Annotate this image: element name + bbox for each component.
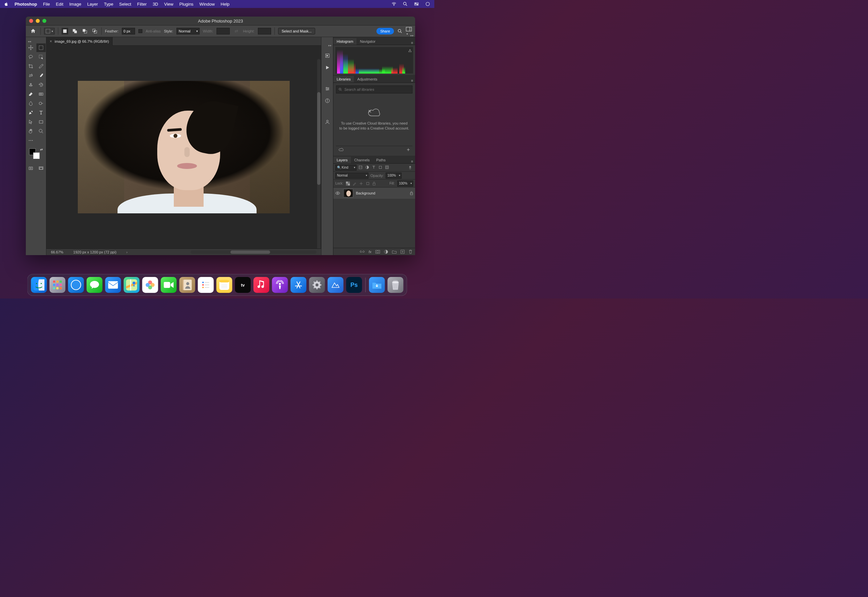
search-icon[interactable] <box>397 28 403 34</box>
dock-tv[interactable]: tv <box>235 277 251 293</box>
layers-empty-area[interactable] <box>333 199 415 248</box>
menubar-app-name[interactable]: Photoshop <box>15 1 37 7</box>
pen-tool[interactable] <box>26 108 36 117</box>
vertical-scrollbar-thumb[interactable] <box>317 92 320 185</box>
filter-pixel-icon[interactable] <box>358 165 363 170</box>
layer-thumbnail[interactable] <box>343 189 353 198</box>
histogram-panel-menu-icon[interactable]: ≡ <box>409 41 415 45</box>
selection-subtract-icon[interactable] <box>81 28 88 34</box>
dock-messages[interactable] <box>87 277 103 293</box>
layer-row-background[interactable]: Background <box>333 187 415 199</box>
tab-paths[interactable]: Paths <box>373 157 389 163</box>
screen-mode-icon[interactable] <box>36 164 46 172</box>
path-selection-tool[interactable] <box>26 117 36 126</box>
menu-window[interactable]: Window <box>199 1 215 7</box>
link-layers-icon[interactable] <box>360 250 364 254</box>
dock-downloads[interactable] <box>369 277 385 293</box>
cloud-sync-icon[interactable] <box>339 148 344 152</box>
selection-new-icon[interactable] <box>62 28 68 34</box>
tab-histogram[interactable]: Histogram <box>333 38 357 45</box>
menu-select[interactable]: Select <box>119 1 131 7</box>
dock-finder[interactable] <box>31 277 47 293</box>
new-layer-icon[interactable] <box>401 250 404 254</box>
style-select[interactable]: Normal <box>176 28 200 34</box>
filter-adjustment-icon[interactable] <box>365 165 370 170</box>
spot-healing-tool[interactable] <box>26 71 36 80</box>
actions-panel-icon[interactable] <box>324 52 331 59</box>
lock-transparency-icon[interactable] <box>346 181 350 186</box>
add-library-icon[interactable]: + <box>407 147 410 153</box>
tools-collapse-icon[interactable]: ◂◂ <box>26 40 46 43</box>
window-close-button[interactable] <box>29 19 33 23</box>
libraries-panel-menu-icon[interactable]: ≡ <box>409 79 415 83</box>
filter-smart-icon[interactable] <box>385 165 390 170</box>
tab-channels[interactable]: Channels <box>351 157 373 163</box>
delete-layer-icon[interactable] <box>409 249 412 254</box>
dock-notes[interactable] <box>216 277 233 293</box>
tab-libraries[interactable]: Libraries <box>333 76 354 83</box>
close-tab-icon[interactable]: × <box>50 39 52 44</box>
menu-type[interactable]: Type <box>104 1 113 7</box>
dock-photoshop[interactable]: Ps <box>346 277 362 293</box>
selection-intersect-icon[interactable] <box>91 28 98 34</box>
document-tab[interactable]: × image_69.jpg @ 66.7% (RGB/8#) <box>46 37 113 46</box>
menu-edit[interactable]: Edit <box>56 1 63 7</box>
share-button[interactable]: Share <box>376 28 394 34</box>
selection-add-icon[interactable] <box>71 28 78 34</box>
lock-all-icon[interactable] <box>372 181 376 186</box>
filter-type-icon[interactable] <box>372 165 376 170</box>
properties-panel-icon[interactable] <box>324 86 331 92</box>
background-color[interactable] <box>33 152 40 159</box>
menu-help[interactable]: Help <box>221 1 230 7</box>
menu-plugins[interactable]: Plugins <box>179 1 194 7</box>
layer-name[interactable]: Background <box>356 191 407 195</box>
zoom-level[interactable]: 66.67% <box>51 250 63 254</box>
menubar-wifi-icon[interactable] <box>391 1 397 7</box>
status-chevron-icon[interactable]: › <box>126 250 128 254</box>
history-brush-tool[interactable] <box>36 80 46 89</box>
move-tool[interactable] <box>26 43 36 52</box>
menu-view[interactable]: View <box>164 1 173 7</box>
play-panel-icon[interactable] <box>324 64 331 71</box>
brush-tool[interactable] <box>36 71 46 80</box>
horizontal-scrollbar-track[interactable] <box>191 251 317 254</box>
feather-input[interactable] <box>122 28 135 34</box>
dock-launchpad[interactable] <box>50 277 65 293</box>
dock-podcasts[interactable] <box>272 277 288 293</box>
menu-layer[interactable]: Layer <box>87 1 98 7</box>
gradient-tool[interactable] <box>36 90 46 98</box>
quick-mask-icon[interactable] <box>26 164 36 172</box>
filter-shape-icon[interactable] <box>378 165 383 170</box>
tool-preset-picker[interactable]: ▾ <box>44 28 55 34</box>
lock-image-icon[interactable] <box>353 181 357 186</box>
window-zoom-button[interactable] <box>42 19 46 23</box>
rectangular-marquee-tool[interactable] <box>36 43 46 52</box>
tab-adjustments[interactable]: Adjustments <box>354 76 381 83</box>
lock-artboard-icon[interactable] <box>366 181 370 186</box>
menubar-control-center-icon[interactable] <box>414 1 419 7</box>
menubar-siri-icon[interactable] <box>425 1 430 7</box>
edit-toolbar-icon[interactable]: ⋯ <box>26 136 36 145</box>
rectangle-tool[interactable] <box>36 117 46 126</box>
blur-tool[interactable] <box>26 99 36 108</box>
layer-filter-kind-select[interactable]: 🔍Kind <box>335 165 357 171</box>
dock-appstore[interactable] <box>291 277 307 293</box>
eyedropper-tool[interactable] <box>36 62 46 71</box>
info-panel-icon[interactable] <box>324 97 331 104</box>
layer-style-icon[interactable]: fx <box>369 250 372 254</box>
hand-tool[interactable] <box>26 127 36 135</box>
window-minimize-button[interactable] <box>36 19 40 23</box>
dock-music[interactable] <box>253 277 270 293</box>
horizontal-scrollbar-thumb[interactable] <box>230 251 270 254</box>
add-mask-icon[interactable] <box>375 250 380 254</box>
lock-position-icon[interactable] <box>359 181 363 186</box>
filter-toggle-icon[interactable] <box>409 165 413 170</box>
layers-panel-menu-icon[interactable]: ≡ <box>409 159 415 163</box>
eraser-tool[interactable] <box>26 90 36 98</box>
dock-facetime[interactable] <box>161 277 177 293</box>
character-panel-icon[interactable] <box>324 119 331 125</box>
dock-contacts[interactable] <box>179 277 195 293</box>
panels-collapse-icon[interactable]: ▸▸ <box>410 34 414 37</box>
crop-tool[interactable] <box>26 62 36 71</box>
histogram-warning-icon[interactable]: ⚠ <box>408 48 412 53</box>
